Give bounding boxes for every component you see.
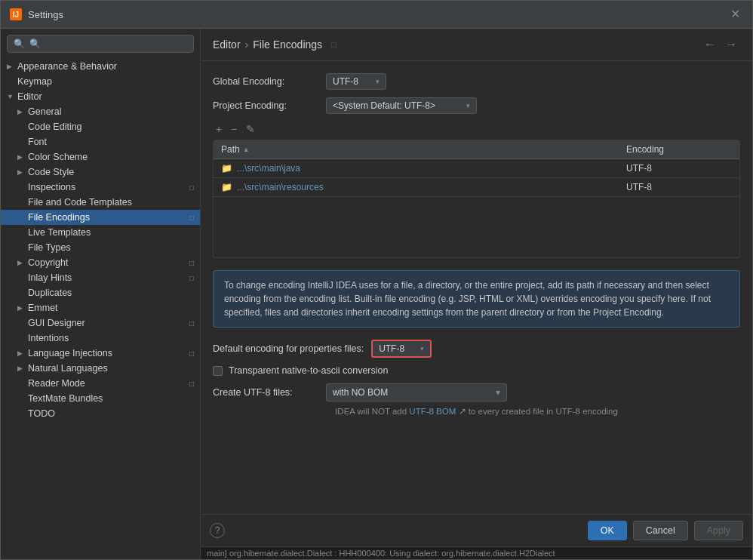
sort-arrow-icon: ▲: [243, 146, 250, 153]
forward-button[interactable]: →: [722, 36, 740, 53]
create-utf8-label: Create UTF-8 files:: [213, 387, 318, 398]
utf8-bom-link[interactable]: UTF-8 BOM ↗: [409, 407, 468, 416]
info-text: To change encoding IntelliJ IDEA uses fo…: [224, 280, 711, 318]
encoding-cell: UTF-8: [619, 159, 739, 177]
path-cell: 📁 ...\src\main\java: [214, 159, 619, 177]
sidebar-item-editor[interactable]: ▼ Editor: [1, 89, 200, 104]
dropdown-arrow-icon: ▾: [420, 345, 424, 352]
dropdown-arrow-icon: ▾: [496, 387, 500, 398]
sidebar-item-color-scheme[interactable]: ▶ Color Scheme: [1, 149, 200, 165]
file-table-toolbar: + − ✎: [213, 122, 740, 137]
global-encoding-dropdown[interactable]: UTF-8 ▾: [326, 73, 386, 90]
sidebar-item-natural-languages[interactable]: ▶ Natural Languages: [1, 361, 200, 376]
properties-encoding-row: Default encoding for properties files: U…: [213, 340, 740, 358]
back-button[interactable]: ←: [701, 36, 719, 53]
sidebar-item-gui-designer[interactable]: GUI Designer □: [1, 315, 200, 331]
sidebar-item-label: General: [28, 106, 194, 117]
status-bar-text: main] org.hibernate.dialect.Dialect : HH…: [207, 549, 555, 558]
expand-arrow-icon: ▶: [7, 63, 17, 70]
project-encoding-dropdown[interactable]: <System Default: UTF-8> ▾: [326, 97, 477, 114]
nav-tree: ▶ Appearance & Behavior Keymap ▼ Editor …: [1, 59, 200, 559]
ok-button[interactable]: OK: [588, 521, 627, 540]
sidebar-item-appearance[interactable]: ▶ Appearance & Behavior: [1, 59, 200, 74]
sidebar-item-intentions[interactable]: Intentions: [1, 331, 200, 346]
global-encoding-value: UTF-8: [333, 76, 358, 87]
sidebar-item-inspections[interactable]: Inspections □: [1, 180, 200, 195]
sidebar-item-code-editing[interactable]: Code Editing: [1, 119, 200, 134]
breadcrumb-parent: Editor: [213, 38, 241, 51]
expand-arrow-icon: ▼: [7, 93, 17, 100]
file-encodings-table: Path ▲ Encoding 📁 ...\src\main\java UTF-…: [213, 140, 740, 258]
sidebar-item-language-injections[interactable]: ▶ Language Injections □: [1, 346, 200, 361]
project-encoding-value: <System Default: UTF-8>: [333, 100, 435, 111]
expand-arrow-icon: ▶: [17, 259, 28, 266]
table-header: Path ▲ Encoding: [214, 140, 739, 159]
global-encoding-row: Global Encoding: UTF-8 ▾: [213, 73, 740, 90]
native-ascii-checkbox[interactable]: [213, 366, 223, 376]
sidebar-item-label: GUI Designer: [28, 318, 189, 328]
sidebar-item-label: Code Style: [28, 167, 194, 177]
path-cell: 📁 ...\src\main\resources: [214, 178, 619, 196]
project-encoding-row: Project Encoding: <System Default: UTF-8…: [213, 97, 740, 114]
table-empty-space: [214, 197, 739, 257]
content-scroll: Global Encoding: UTF-8 ▾ Project Encodin…: [201, 61, 752, 514]
expand-arrow-icon: ▶: [17, 168, 28, 176]
sidebar-item-label: Keymap: [17, 76, 194, 87]
breadcrumb-separator: ›: [245, 38, 249, 51]
sidebar-item-duplicates[interactable]: Duplicates: [1, 285, 200, 300]
column-header-path[interactable]: Path ▲: [214, 140, 619, 158]
search-input[interactable]: [29, 38, 187, 49]
status-text-after: to every created file in UTF-8 encoding: [469, 407, 618, 416]
sidebar-item-general[interactable]: ▶ General: [1, 104, 200, 119]
table-row[interactable]: 📁 ...\src\main\java UTF-8: [214, 159, 739, 178]
cancel-button[interactable]: Cancel: [633, 521, 688, 540]
sidebar-item-font[interactable]: Font: [1, 134, 200, 149]
sidebar-item-live-templates[interactable]: Live Templates: [1, 225, 200, 240]
sidebar-item-label: Language Injections: [28, 348, 189, 358]
sidebar-item-copyright[interactable]: ▶ Copyright □: [1, 255, 200, 270]
breadcrumb-current: File Encodings: [253, 38, 322, 51]
column-header-encoding[interactable]: Encoding: [619, 140, 739, 158]
sidebar-item-emmet[interactable]: ▶ Emmet: [1, 300, 200, 315]
pin-badge: □: [189, 183, 194, 192]
sidebar-item-label: Reader Mode: [28, 378, 189, 389]
help-button[interactable]: ?: [210, 523, 225, 538]
sidebar-item-file-code-templates[interactable]: File and Code Templates: [1, 195, 200, 210]
apply-button[interactable]: Apply: [694, 521, 743, 540]
folder-icon: 📁: [221, 163, 232, 174]
sidebar-item-inlay-hints[interactable]: Inlay Hints □: [1, 270, 200, 285]
edit-button[interactable]: ✎: [243, 122, 258, 137]
content-area: Editor › File Encodings □ ← → Global Enc…: [201, 29, 752, 559]
pin-badge: □: [189, 214, 194, 222]
sidebar-item-label: TODO: [28, 408, 194, 419]
expand-arrow-icon: ▶: [17, 349, 28, 357]
sidebar-item-code-style[interactable]: ▶ Code Style: [1, 165, 200, 180]
sidebar-item-label: Color Scheme: [28, 152, 194, 162]
sidebar-item-label: Code Editing: [28, 122, 194, 132]
sidebar-item-label: File and Code Templates: [28, 197, 194, 208]
encoding-cell: UTF-8: [619, 178, 739, 196]
close-button[interactable]: ✕: [727, 7, 743, 22]
bottom-right: OK Cancel Apply: [588, 521, 743, 540]
sidebar-item-file-encodings[interactable]: File Encodings □: [1, 210, 200, 225]
settings-dialog: IJ Settings ✕ 🔍 ▶ Appearance & Behavior: [0, 0, 753, 560]
sidebar-item-label: TextMate Bundles: [28, 393, 194, 404]
search-icon: 🔍: [14, 38, 25, 49]
folder-icon: 📁: [221, 182, 232, 192]
remove-button[interactable]: −: [228, 122, 240, 137]
table-row[interactable]: 📁 ...\src\main\resources UTF-8: [214, 178, 739, 197]
bottom-bar: ? OK Cancel Apply: [201, 514, 752, 546]
pin-badge: □: [189, 259, 194, 267]
search-box[interactable]: 🔍: [7, 35, 194, 53]
sidebar-item-file-types[interactable]: File Types: [1, 240, 200, 255]
properties-encoding-label: Default encoding for properties files:: [213, 343, 364, 354]
sidebar-item-textmate-bundles[interactable]: TextMate Bundles: [1, 391, 200, 406]
add-button[interactable]: +: [213, 122, 225, 137]
sidebar-item-todo[interactable]: TODO: [1, 406, 200, 421]
create-utf8-dropdown[interactable]: with NO BOM ▾: [326, 383, 507, 402]
sidebar-item-label: Inspections: [28, 182, 189, 192]
status-text-before: IDEA will NOT add: [335, 407, 407, 416]
properties-encoding-dropdown[interactable]: UTF-8 ▾: [371, 340, 432, 358]
sidebar-item-reader-mode[interactable]: Reader Mode □: [1, 376, 200, 391]
sidebar-item-keymap[interactable]: Keymap: [1, 74, 200, 89]
